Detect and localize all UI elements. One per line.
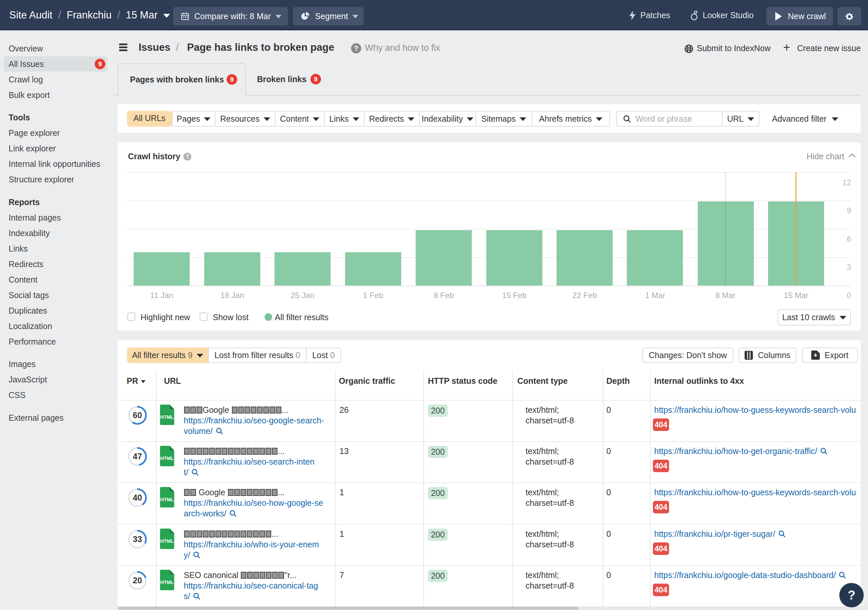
svg-text:HTML: HTML <box>160 415 174 420</box>
svg-text:HTML: HTML <box>160 497 174 502</box>
svg-text:HTML: HTML <box>160 539 174 544</box>
svg-text:HTML: HTML <box>160 580 174 585</box>
svg-text:HTML: HTML <box>160 456 174 461</box>
